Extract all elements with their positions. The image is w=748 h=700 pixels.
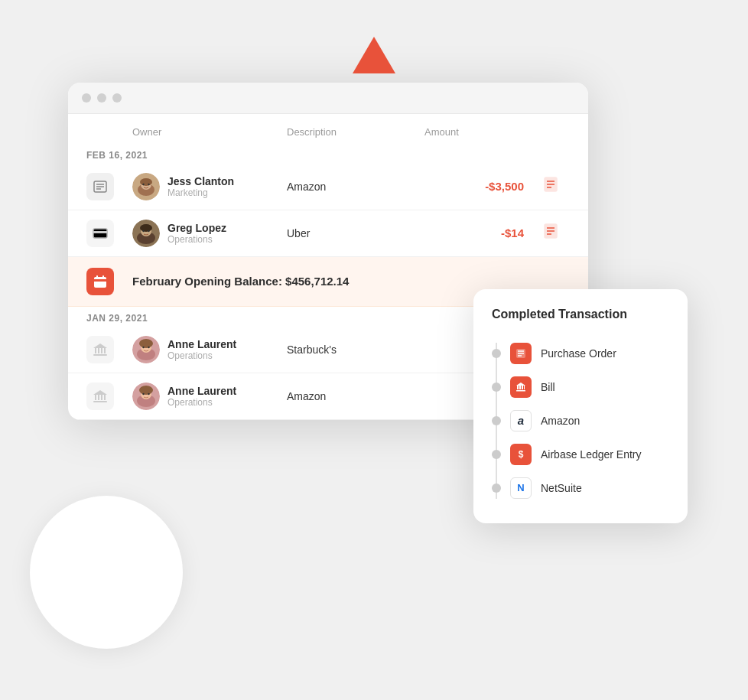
scene: Owner Description Amount FEB 16, 2021 [45, 37, 703, 664]
airbase-icon: $ [510, 444, 532, 465]
svg-point-41 [148, 346, 149, 347]
svg-point-21 [148, 230, 149, 231]
svg-point-7 [140, 178, 152, 186]
popup-item-label: Airbase Ledger Entry [541, 448, 642, 461]
timeline-dot [492, 416, 501, 425]
window-dot-1 [82, 93, 91, 103]
date-label-feb: FEB 16, 2021 [68, 144, 588, 164]
row-icon-bank [86, 336, 114, 363]
svg-point-53 [148, 392, 149, 394]
svg-rect-28 [96, 275, 98, 278]
svg-rect-34 [104, 348, 106, 353]
row-icon-card [86, 220, 114, 247]
balance-text: February Opening Balance: $456,712.14 [132, 275, 532, 288]
svg-rect-62 [524, 386, 525, 389]
owner-info-anne1: Anne Laurent Operations [132, 336, 287, 363]
svg-rect-26 [94, 277, 106, 288]
timeline-dot [492, 483, 501, 493]
svg-rect-61 [522, 386, 523, 389]
svg-rect-44 [98, 395, 99, 400]
timeline-dot [492, 383, 501, 392]
svg-rect-47 [93, 401, 107, 402]
table-header: Owner Description Amount [68, 114, 588, 144]
svg-rect-29 [102, 275, 104, 278]
browser-titlebar [68, 83, 588, 114]
description-greg: Uber [287, 227, 424, 239]
timeline-dot [492, 349, 501, 358]
list-item: N NetSuite [492, 471, 669, 505]
row-icon-receipt [86, 173, 114, 200]
popup-item-label: Amazon [541, 415, 580, 427]
po-icon [510, 343, 532, 364]
popup-item-label: Purchase Order [541, 347, 616, 360]
svg-marker-30 [93, 343, 107, 348]
avatar-anne1 [132, 336, 160, 363]
owner-dept-greg: Operations [167, 234, 226, 245]
row-icon-bank2 [86, 383, 114, 410]
svg-rect-32 [98, 348, 99, 353]
decorative-circle [30, 496, 183, 649]
list-item: Purchase Order [492, 337, 669, 370]
svg-marker-42 [93, 390, 107, 395]
window-dot-2 [97, 93, 106, 103]
description-jess: Amazon [287, 181, 424, 193]
timeline-dot [492, 450, 501, 459]
list-item: a Amazon [492, 404, 669, 438]
bill-icon [510, 376, 532, 398]
receipt-icon-greg[interactable] [532, 223, 570, 243]
popup-item-label: NetSuite [541, 482, 582, 494]
netsuite-icon: N [510, 477, 532, 499]
avatar-greg [132, 220, 160, 247]
table-row: Jess Clanton Marketing Amazon -$3,500 [68, 164, 588, 210]
window-dot-3 [112, 93, 122, 103]
popup-list: Purchase Order Bill [492, 337, 669, 505]
svg-rect-15 [93, 231, 107, 233]
owner-info-greg: Greg Lopez Operations [132, 220, 287, 247]
svg-point-40 [142, 346, 144, 347]
owner-dept-jess: Marketing [167, 187, 234, 198]
svg-rect-45 [101, 395, 102, 400]
svg-rect-59 [517, 386, 519, 389]
balance-icon [86, 268, 114, 295]
col-owner: Owner [132, 126, 287, 138]
svg-rect-31 [95, 348, 96, 353]
list-item: $ Airbase Ledger Entry [492, 438, 669, 471]
owner-name-jess: Jess Clanton [167, 175, 234, 187]
svg-point-9 [148, 183, 149, 184]
description-anne1: Starbuck's [287, 343, 424, 356]
description-anne2: Amazon [287, 390, 424, 402]
svg-rect-27 [94, 279, 106, 282]
avatar-anne2 [132, 383, 160, 410]
svg-point-19 [140, 224, 152, 232]
list-item: Bill [492, 370, 669, 404]
popup-card: Completed Transaction Purchase Order [473, 289, 688, 523]
owner-name-anne2: Anne Laurent [167, 385, 236, 397]
popup-title: Completed Transaction [492, 308, 669, 321]
owner-dept-anne2: Operations [167, 397, 236, 408]
svg-rect-33 [101, 348, 102, 353]
receipt-icon-jess[interactable] [532, 177, 570, 196]
owner-info-jess: Jess Clanton Marketing [132, 173, 287, 200]
svg-rect-46 [104, 395, 106, 400]
avatar-jess [132, 173, 160, 200]
svg-marker-58 [516, 383, 525, 386]
svg-point-52 [142, 392, 144, 394]
col-amount: Amount [424, 126, 532, 138]
svg-rect-43 [95, 395, 96, 400]
svg-point-51 [139, 386, 153, 395]
svg-point-20 [142, 230, 144, 231]
col-description: Description [287, 126, 424, 138]
arrow-up-icon [353, 37, 395, 73]
svg-point-39 [139, 339, 153, 348]
owner-name-anne1: Anne Laurent [167, 338, 236, 350]
amount-jess: -$3,500 [424, 180, 532, 193]
svg-rect-35 [93, 354, 107, 356]
svg-rect-60 [519, 386, 521, 389]
popup-item-label: Bill [541, 381, 555, 393]
svg-point-8 [142, 183, 144, 184]
amount-greg: -$14 [424, 226, 532, 239]
amazon-icon: a [510, 410, 532, 431]
owner-dept-anne1: Operations [167, 350, 236, 361]
table-row: Greg Lopez Operations Uber -$14 [68, 210, 588, 257]
owner-name-greg: Greg Lopez [167, 222, 226, 234]
